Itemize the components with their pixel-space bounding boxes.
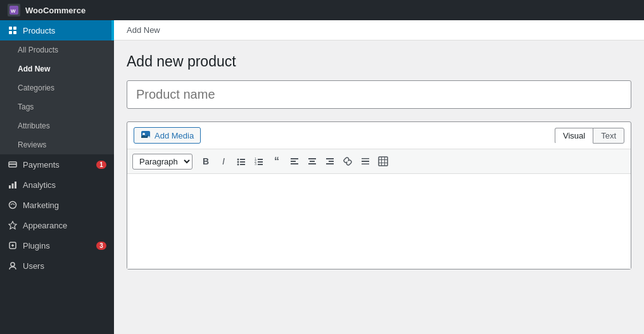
align-right-button[interactable] bbox=[322, 153, 338, 170]
attributes-label: Attributes bbox=[18, 121, 50, 130]
svg-rect-9 bbox=[12, 183, 14, 189]
italic-button[interactable]: I bbox=[215, 153, 232, 170]
svg-rect-40 bbox=[329, 161, 334, 162]
woo-logo: W bbox=[8, 4, 20, 16]
svg-rect-28 bbox=[258, 159, 263, 160]
sidebar-submenu-tags[interactable]: Tags bbox=[0, 97, 114, 116]
svg-rect-44 bbox=[362, 164, 369, 165]
tab-visual[interactable]: Visual bbox=[555, 128, 593, 144]
svg-rect-39 bbox=[326, 158, 334, 159]
sidebar-item-payments-label: Payments bbox=[23, 160, 91, 170]
svg-rect-30 bbox=[258, 161, 263, 163]
product-name-input[interactable] bbox=[127, 80, 631, 109]
svg-rect-38 bbox=[308, 163, 316, 164]
svg-rect-45 bbox=[379, 157, 388, 166]
add-media-button[interactable]: Add Media bbox=[134, 127, 201, 144]
svg-point-25 bbox=[237, 164, 239, 166]
svg-rect-35 bbox=[291, 163, 298, 164]
categories-label: Categories bbox=[18, 84, 54, 92]
svg-rect-5 bbox=[13, 31, 16, 34]
sidebar-item-users-label: Users bbox=[23, 261, 106, 271]
content-area: Add New Add new product bbox=[114, 20, 644, 334]
sidebar-item-users[interactable]: Users bbox=[0, 256, 114, 276]
tab-text-label: Text bbox=[601, 131, 616, 140]
sidebar-item-plugins-label: Plugins bbox=[23, 241, 91, 250]
sidebar-submenu-categories[interactable]: Categories bbox=[0, 78, 114, 97]
svg-rect-33 bbox=[291, 158, 298, 159]
svg-point-23 bbox=[237, 161, 239, 163]
sidebar-item-analytics[interactable]: Analytics bbox=[0, 175, 114, 195]
svg-text:3.: 3. bbox=[255, 162, 257, 166]
ol-icon: 1. 2. 3. bbox=[255, 157, 263, 166]
format-select[interactable]: Paragraph bbox=[132, 154, 193, 170]
svg-point-15 bbox=[11, 263, 15, 266]
sidebar-item-appearance[interactable]: Appearance bbox=[0, 215, 114, 235]
add-new-label: Add New bbox=[18, 65, 50, 73]
marketing-icon bbox=[8, 200, 18, 210]
sidebar-item-plugins[interactable]: Plugins 3 bbox=[0, 235, 114, 256]
products-submenu: All Products Add New Categories Tags Att… bbox=[0, 40, 114, 154]
editor-view-tabs: Visual Text bbox=[555, 128, 624, 144]
table-button[interactable] bbox=[375, 153, 391, 170]
ul-button[interactable] bbox=[233, 153, 249, 170]
appearance-icon bbox=[8, 220, 18, 230]
admin-bar: W WooCommerce bbox=[0, 0, 644, 20]
page-title: Add new product bbox=[127, 53, 631, 70]
svg-rect-41 bbox=[326, 163, 334, 164]
reviews-label: Reviews bbox=[18, 140, 46, 149]
users-icon bbox=[8, 261, 18, 271]
sidebar-item-payments[interactable]: Payments 1 bbox=[0, 154, 114, 175]
svg-rect-24 bbox=[240, 161, 245, 163]
svg-point-21 bbox=[237, 159, 239, 161]
svg-rect-42 bbox=[362, 158, 369, 159]
sidebar-item-marketing[interactable]: Marketing bbox=[0, 195, 114, 215]
svg-rect-37 bbox=[310, 161, 315, 162]
sidebar-item-appearance-label: Appearance bbox=[23, 221, 106, 230]
sidebar-item-analytics-label: Analytics bbox=[23, 180, 106, 190]
editor-toolbar-top: Add Media Visual Text bbox=[127, 122, 631, 149]
svg-rect-10 bbox=[15, 182, 16, 189]
sidebar-item-marketing-label: Marketing bbox=[23, 201, 106, 210]
bold-button[interactable]: B bbox=[198, 153, 214, 170]
add-media-label: Add Media bbox=[155, 131, 194, 140]
tab-visual-label: Visual bbox=[563, 131, 585, 140]
svg-rect-34 bbox=[291, 161, 296, 162]
breadcrumb: Add New bbox=[114, 20, 644, 40]
page-content: Add new product bbox=[114, 40, 644, 334]
sidebar-submenu-all-products[interactable]: All Products bbox=[0, 40, 114, 59]
sidebar-submenu-reviews[interactable]: Reviews bbox=[0, 135, 114, 154]
ol-button[interactable]: 1. 2. 3. bbox=[251, 153, 267, 170]
sidebar-submenu-attributes[interactable]: Attributes bbox=[0, 116, 114, 135]
tab-text[interactable]: Text bbox=[593, 128, 624, 144]
editor-container: Add Media Visual Text Paragraph bbox=[127, 121, 631, 269]
sidebar-submenu-add-new[interactable]: Add New bbox=[0, 59, 114, 78]
align-left-button[interactable] bbox=[286, 153, 303, 170]
add-media-icon bbox=[141, 130, 151, 140]
svg-rect-32 bbox=[258, 164, 263, 165]
link-button[interactable] bbox=[339, 153, 356, 170]
svg-rect-22 bbox=[240, 159, 245, 160]
blockquote-button[interactable]: “ bbox=[268, 153, 285, 170]
link-icon bbox=[343, 157, 352, 166]
svg-rect-2 bbox=[9, 27, 12, 30]
sidebar-item-products[interactable]: Products bbox=[0, 20, 114, 40]
main-layout: Products All Products Add New Categories… bbox=[0, 20, 644, 334]
hr-icon bbox=[361, 157, 370, 166]
sidebar-item-products-label: Products bbox=[23, 26, 106, 35]
svg-rect-7 bbox=[9, 164, 16, 165]
svg-point-11 bbox=[9, 202, 16, 209]
hr-button[interactable] bbox=[357, 153, 374, 170]
align-right-icon bbox=[325, 157, 334, 166]
plugins-badge: 3 bbox=[96, 242, 106, 250]
svg-rect-8 bbox=[9, 185, 11, 189]
align-center-icon bbox=[308, 157, 317, 166]
table-icon bbox=[378, 156, 388, 166]
admin-bar-title: WooCommerce bbox=[25, 6, 85, 15]
editor-body[interactable] bbox=[127, 174, 631, 269]
plugins-icon bbox=[8, 240, 18, 250]
svg-text:W: W bbox=[11, 8, 16, 14]
svg-rect-26 bbox=[240, 164, 245, 165]
products-icon bbox=[8, 25, 18, 35]
align-center-button[interactable] bbox=[304, 153, 320, 170]
breadcrumb-text: Add New bbox=[127, 25, 160, 35]
